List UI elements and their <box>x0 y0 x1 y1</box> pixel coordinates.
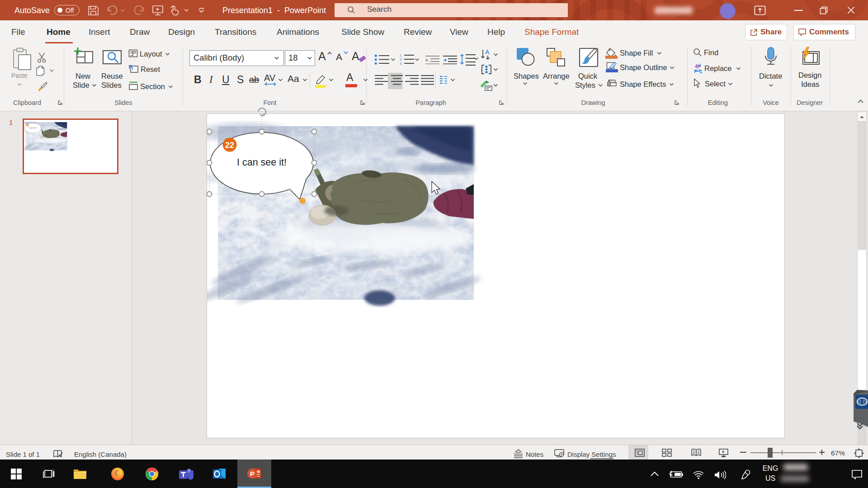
svg-text:2: 2 <box>400 57 402 62</box>
svg-text:c: c <box>699 68 703 74</box>
svg-text:3: 3 <box>400 62 402 66</box>
svg-text:P: P <box>250 470 255 478</box>
svg-text:b: b <box>696 63 699 70</box>
svg-text:A: A <box>485 49 490 56</box>
svg-text:1: 1 <box>400 53 402 57</box>
